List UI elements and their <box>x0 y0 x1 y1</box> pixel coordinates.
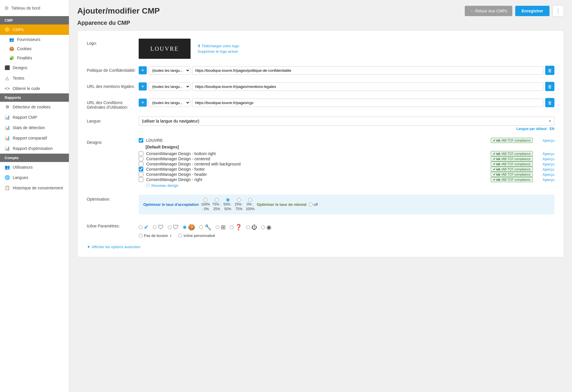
iab-icon-r: ✔ iab <box>493 178 500 181</box>
icon-radio-1[interactable] <box>139 225 142 229</box>
sidebar-item-stats[interactable]: 📊 Stats de détection <box>0 122 69 133</box>
design-footer-checkbox[interactable] <box>139 167 143 171</box>
conditions-lang-select[interactable]: (toutes les langu... <box>148 99 190 107</box>
conditions-url-input[interactable] <box>192 99 543 107</box>
mentions-lang-select[interactable]: (toutes les langu... <box>148 82 190 91</box>
sidebar-item-fournisseurs[interactable]: 👥 Fournisseurs <box>0 35 69 44</box>
header-apercu[interactable]: Aperçu <box>539 172 554 177</box>
save-button[interactable]: Enregistrer <box>515 6 550 16</box>
optim-off: off <box>309 202 318 207</box>
more-button[interactable]: ⋮ <box>552 5 564 17</box>
sidebar-item-comparatif[interactable]: 📊 Rapport comparatif <box>0 133 69 143</box>
centered-bg-iab: ✔ iab IAB TCF compliance <box>491 161 533 167</box>
design-right-label: ConsentManager Design - right <box>146 177 488 182</box>
louvre-apercu-link[interactable]: Aperçu <box>539 138 554 143</box>
default-designs-header: [Default Designs] <box>146 145 554 149</box>
design-louvre-checkbox[interactable] <box>139 138 143 143</box>
right-apercu[interactable]: Aperçu <box>539 178 554 182</box>
mentions-add-button[interactable]: + <box>139 82 147 91</box>
footer-iab: ✔ iab IAB TCF compliance <box>491 167 533 172</box>
lang-default-note: Langue par défaut: EN <box>139 127 554 131</box>
design-right-checkbox[interactable] <box>139 177 143 182</box>
langue-select[interactable]: (utiliser la langue du navigateur) <box>139 116 554 126</box>
delete-logo-link[interactable]: Supprimer le logo actuel <box>197 49 239 54</box>
design-header-label: ConsentManager Design - header <box>146 172 488 177</box>
politique-url-input[interactable] <box>192 66 543 75</box>
optim-0-sub: 100% <box>246 207 255 211</box>
main-header: Ajouter/modifier CMP ← Retour Aux CMPs E… <box>69 0 572 20</box>
no-button-info-icon: ℹ <box>170 234 172 238</box>
no-button-radio[interactable] <box>139 234 142 238</box>
icon-symbol-3: 🛡 <box>173 224 179 231</box>
content-area: Logo: LOUVRE ⬆ Télécharger votre logo Su… <box>69 30 572 265</box>
mentions-delete-button[interactable]: 🗑 <box>545 82 554 91</box>
sidebar-item-detecteur-label: Détecteur de cookies <box>13 105 51 109</box>
politique-delete-button[interactable]: 🗑 <box>545 66 554 75</box>
optim-100: 100% : 0% <box>201 198 210 211</box>
sidebar-item-obtenir-code[interactable]: <> Obtenir le code <box>0 83 69 93</box>
icon-radio-3[interactable] <box>168 225 172 229</box>
sidebar-item-designs[interactable]: ⬛ Designs <box>0 63 69 73</box>
centered-bg-apercu[interactable]: Aperçu <box>539 162 554 166</box>
centered-apercu[interactable]: Aperçu <box>539 157 554 161</box>
icone-label: Icône Paramètres: <box>87 221 139 228</box>
sidebar-item-cookies[interactable]: 🍪 Cookies <box>0 44 69 53</box>
sidebar-logo[interactable]: ⊞ Tableau de bord <box>0 0 69 16</box>
sidebar-item-finalites[interactable]: 🧩 Finalités <box>0 53 69 63</box>
icon-radio-4[interactable] <box>183 225 187 229</box>
optim-0-label: 0% : <box>247 202 253 206</box>
sidebar-item-finalites-label: Finalités <box>17 56 32 60</box>
sidebar-item-historique[interactable]: 📋 Historique de consentement <box>0 183 69 193</box>
icon-radio-6[interactable] <box>216 225 219 229</box>
politique-add-button[interactable]: + <box>139 66 147 74</box>
iab-icon: ✔ iab <box>493 139 500 142</box>
optim-100-radio[interactable] <box>204 198 207 202</box>
advanced-link[interactable]: ▼ Afficher les options avancées <box>87 245 554 249</box>
optim-50-radio[interactable] <box>226 198 230 202</box>
icon-radio-8[interactable] <box>246 225 250 229</box>
sidebar-item-langues[interactable]: 🌐 Langues <box>0 172 69 183</box>
conditions-add-button[interactable]: + <box>139 99 147 107</box>
bottom-right-apercu[interactable]: Aperçu <box>539 152 554 156</box>
custom-icon-option: Icône personnalisé <box>178 233 215 238</box>
design-bottom-right-checkbox[interactable] <box>139 151 143 156</box>
optim-0-radio[interactable] <box>248 198 252 202</box>
conditions-delete-button[interactable]: 🗑 <box>545 98 554 107</box>
optim-75-radio[interactable] <box>215 198 219 202</box>
sidebar-item-rapport-optim[interactable]: 📊 Rapport d'optimisation <box>0 143 69 154</box>
optim-25-radio[interactable] <box>237 198 241 202</box>
back-button[interactable]: ← Retour Aux CMPs <box>465 6 512 16</box>
optim-25: 25% : 75% <box>234 198 243 211</box>
sidebar-item-cmps[interactable]: 🟡 CMPs <box>0 24 69 35</box>
design-louvre-item: LOUVRE ✔ iab IAB TCF compliance Aperçu <box>139 138 554 143</box>
sidebar-item-textes[interactable]: △ Textes <box>0 73 69 83</box>
design-header-checkbox[interactable] <box>139 172 143 177</box>
design-centered-checkbox[interactable] <box>139 157 143 161</box>
icon-option-8: ⏻ <box>246 224 257 231</box>
iab-icon-cbg: ✔ iab <box>493 163 500 166</box>
new-design-link[interactable]: 📄 Nouveau design <box>146 183 554 188</box>
icon-radio-7[interactable] <box>230 225 234 229</box>
mentions-url-input[interactable] <box>192 82 543 91</box>
custom-icon-label: Icône personnalisé <box>184 233 215 238</box>
icon-option-4: 🍪 <box>183 224 195 231</box>
advanced-chevron-icon: ▼ <box>87 245 91 249</box>
custom-icon-radio[interactable] <box>178 234 182 238</box>
detecteur-icon: ⚙ <box>5 104 10 110</box>
icon-radio-9[interactable] <box>261 225 265 229</box>
politique-lang-select[interactable]: (toutes les langu... <box>148 66 190 75</box>
footer-apercu[interactable]: Aperçu <box>539 167 554 171</box>
icon-symbol-8: ⏻ <box>251 224 257 231</box>
sidebar-item-detecteur[interactable]: ⚙ Détecteur de cookies <box>0 102 69 112</box>
sidebar-item-rapport-cmp[interactable]: 📊 Rapport CMP <box>0 112 69 122</box>
sidebar-item-stats-label: Stats de détection <box>13 125 45 130</box>
icon-radio-5[interactable] <box>199 225 203 229</box>
upload-logo-link[interactable]: ⬆ Télécharger votre logo <box>197 44 239 48</box>
header-actions: ← Retour Aux CMPs Enregistrer ⋮ <box>465 5 564 17</box>
sidebar-logo-label: Tableau de bord <box>11 6 40 10</box>
icon-radio-2[interactable] <box>153 225 157 229</box>
sidebar-item-utilisateurs[interactable]: 👥 Utilisateurs <box>0 162 69 172</box>
sidebar-item-designs-label: Designs <box>13 65 27 70</box>
optim-off-radio[interactable] <box>309 203 313 206</box>
design-centered-bg-checkbox[interactable] <box>139 162 143 166</box>
